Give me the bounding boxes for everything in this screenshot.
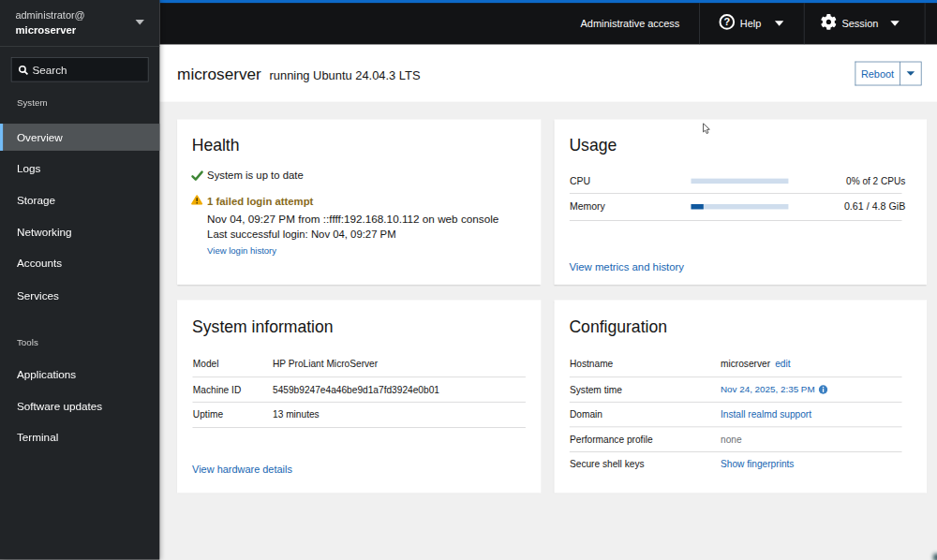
svg-text:?: ?: [723, 16, 730, 27]
